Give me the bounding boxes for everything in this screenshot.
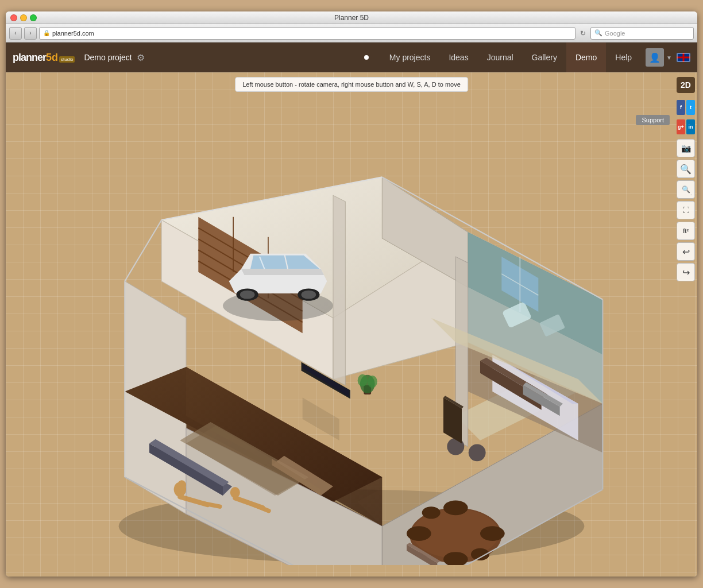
svg-marker-21 bbox=[241, 269, 324, 275]
address-bar[interactable]: 🔒 planner5d.com bbox=[39, 27, 575, 40]
screenshot-button[interactable]: 📷 bbox=[677, 139, 695, 157]
user-avatar[interactable]: 👤 bbox=[646, 48, 664, 67]
app-logo: planner 5d studio bbox=[13, 52, 75, 64]
fullscreen-button[interactable]: ⛶ bbox=[677, 201, 695, 219]
svg-line-84 bbox=[125, 220, 161, 281]
nav-ideas[interactable]: Ideas bbox=[439, 42, 477, 72]
nav-links: My projects Ideas Journal Gallery Demo H… bbox=[380, 42, 641, 72]
search-icon: 🔍 bbox=[594, 29, 602, 37]
logo-number: 5d bbox=[46, 52, 58, 64]
nav-gallery[interactable]: Gallery bbox=[523, 42, 566, 72]
svg-point-27 bbox=[240, 291, 255, 299]
forward-button[interactable]: › bbox=[24, 27, 37, 40]
close-button[interactable] bbox=[10, 14, 17, 21]
svg-point-66 bbox=[407, 526, 431, 541]
svg-point-68 bbox=[443, 501, 468, 516]
nav-my-projects[interactable]: My projects bbox=[380, 42, 440, 72]
nav-journal[interactable]: Journal bbox=[478, 42, 523, 72]
nav-demo[interactable]: Demo bbox=[566, 42, 606, 72]
window-buttons bbox=[10, 14, 37, 21]
svg-marker-37 bbox=[333, 195, 345, 385]
refresh-button[interactable]: ↻ bbox=[578, 28, 588, 38]
svg-point-47 bbox=[177, 480, 186, 490]
logo-badge: studio bbox=[59, 56, 75, 63]
browser-title: Planner 5D bbox=[334, 14, 369, 22]
social-share-row: f t bbox=[677, 100, 695, 115]
flag-icon bbox=[677, 53, 690, 62]
svg-marker-83 bbox=[303, 397, 339, 440]
app-container: planner 5d studio Demo project ⚙ My proj… bbox=[6, 42, 697, 577]
browser-toolbar: ‹ › 🔒 planner5d.com ↻ 🔍 Google bbox=[6, 24, 697, 42]
url-text: planner5d.com bbox=[52, 30, 94, 37]
svg-point-58 bbox=[368, 376, 377, 388]
floorplan-svg bbox=[76, 95, 627, 565]
social-share-row2: g+ in bbox=[677, 119, 695, 134]
support-button[interactable]: Support bbox=[636, 115, 670, 125]
svg-point-57 bbox=[358, 374, 368, 386]
svg-point-73 bbox=[469, 444, 486, 461]
svg-point-67 bbox=[480, 526, 505, 541]
googleplus-share-button[interactable]: g+ bbox=[677, 119, 685, 134]
minimize-button[interactable] bbox=[20, 14, 27, 21]
floorplan-container[interactable] bbox=[40, 95, 663, 565]
search-placeholder: Google bbox=[605, 30, 625, 37]
search-bar[interactable]: 🔍 Google bbox=[590, 27, 694, 40]
redo-button[interactable]: ↪ bbox=[677, 263, 695, 281]
back-button[interactable]: ‹ bbox=[9, 27, 22, 40]
tooltip: Left mouse button - rotate camera, right… bbox=[235, 77, 468, 92]
zoom-in-button[interactable]: 🔍 bbox=[677, 160, 695, 178]
svg-point-28 bbox=[302, 291, 316, 299]
right-sidebar: 2D f t g+ in 📷 🔍 🔍 - bbox=[674, 72, 697, 577]
lock-icon: 🔒 bbox=[43, 30, 50, 36]
view-2d-button[interactable]: 2D bbox=[677, 77, 695, 93]
facebook-share-button[interactable]: f bbox=[677, 100, 685, 115]
svg-point-70 bbox=[422, 506, 441, 519]
nav-help[interactable]: Help bbox=[606, 42, 641, 72]
twitter-share-button[interactable]: t bbox=[686, 100, 695, 115]
browser-titlebar: Planner 5D bbox=[6, 11, 697, 24]
maximize-button[interactable] bbox=[30, 14, 37, 21]
browser-window: Planner 5D ‹ › 🔒 planner5d.com ↻ 🔍 Googl… bbox=[6, 11, 697, 577]
zoom-out-button[interactable]: 🔍 - bbox=[677, 180, 695, 199]
settings-icon[interactable]: ⚙ bbox=[137, 52, 145, 63]
main-content[interactable]: Support Left mouse button - rotate camer… bbox=[6, 72, 697, 577]
units-button[interactable]: ft² bbox=[677, 222, 695, 240]
svg-marker-23 bbox=[250, 256, 287, 269]
nav-dot bbox=[364, 55, 369, 60]
project-name[interactable]: Demo project bbox=[84, 53, 132, 62]
undo-button[interactable]: ↩ bbox=[677, 242, 695, 261]
logo-text: planner bbox=[13, 52, 46, 64]
user-dropdown-icon[interactable]: ▼ bbox=[666, 55, 672, 61]
linkedin-share-button[interactable]: in bbox=[686, 119, 695, 134]
app-nav: planner 5d studio Demo project ⚙ My proj… bbox=[6, 42, 697, 72]
